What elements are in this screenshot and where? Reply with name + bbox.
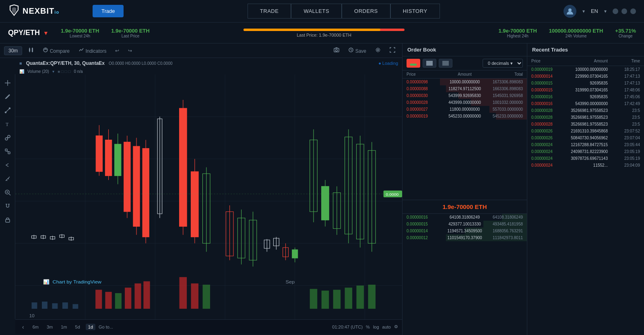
rt-trade-row[interactable]: 0.00000015 319990.07304165 17:48:06 (527, 87, 644, 93)
rt-trade-row[interactable]: 0.00000016 543990.00000000 17:42:49 (527, 100, 644, 107)
percentage-label[interactable]: % (366, 325, 370, 329)
fullscreen-btn[interactable] (387, 46, 398, 55)
crosshair-tool[interactable] (2, 77, 13, 89)
candle-type-btn[interactable] (25, 46, 37, 55)
timeframe-5d[interactable]: 5d (73, 324, 83, 330)
lang-arrow: ▾ (604, 8, 607, 14)
recent-trades-panel: Recent Trades Price Amount Time 0.000000… (527, 43, 644, 335)
line-tool[interactable] (2, 105, 13, 116)
trade-button[interactable]: Trade (93, 5, 124, 17)
rt-trade-row[interactable]: 0.00000014 229990.07304165 17:47:13 (527, 73, 644, 80)
minimize-button[interactable] (613, 8, 618, 14)
ob-buy-row[interactable]: 0.00000016 64108.31806249 64108.31806249 (402, 214, 527, 221)
chart-toolbar: 30m Compare (0, 43, 402, 58)
lock-tool[interactable] (2, 214, 13, 225)
svg-line-21 (6, 151, 9, 152)
timeframe-6m[interactable]: 6m (30, 324, 41, 330)
undo-btn[interactable]: ↩ (112, 47, 122, 55)
timeframe-1m[interactable]: 1m (58, 324, 69, 330)
rt-trade-row[interactable]: 0.00000019 100000.00000000 18:25:17 (527, 66, 644, 73)
ob-view-buy[interactable] (439, 59, 452, 68)
svg-rect-88 (322, 186, 329, 220)
redo-btn[interactable]: ↪ (125, 47, 135, 55)
nav-history-link[interactable]: HISTORY (390, 4, 440, 19)
compare-btn[interactable]: Compare (40, 46, 72, 55)
svg-rect-124 (410, 61, 417, 63)
user-avatar[interactable] (564, 5, 576, 18)
settings-btn[interactable] (372, 46, 384, 55)
nav-orders-link[interactable]: ORDERS (342, 4, 390, 19)
logo-text-nexbit: NEXBITio (23, 6, 59, 16)
order-book-panel: Order Book 0 decimals ▾ (402, 43, 527, 335)
svg-rect-105 (125, 287, 131, 308)
maximize-button[interactable] (621, 8, 627, 14)
ob-buy-row[interactable]: 0.00000012 1101549170.37900 111842973.80… (402, 234, 527, 241)
user-arrow[interactable]: ▾ (582, 8, 585, 14)
goto-btn[interactable]: Go to... (99, 325, 113, 329)
svg-rect-125 (410, 64, 417, 66)
timeframe-1d[interactable]: 1d (86, 324, 95, 330)
svg-rect-20 (8, 152, 10, 154)
top-navigation: NEXBITio Trade TRADE WALLETS ORDERS HIST… (0, 0, 644, 23)
lowest-24h: 1.9e-70000 ETH Lowest 24h (61, 28, 99, 38)
auto-label[interactable]: auto (382, 325, 391, 329)
ob-sell-row[interactable]: 0.00000019 545233.00000000 545233.000000… (402, 113, 527, 120)
save-btn[interactable]: Save (345, 46, 369, 55)
candlestick-chart[interactable]: Sep 10 0.0000 📊 Chart by TradingView (15, 74, 402, 319)
toolbar-right: Save (331, 46, 398, 55)
price-bar: Last Price: 1.9e-70000 ETH (162, 29, 487, 37)
rt-trade-row[interactable]: 0.00000024 30978726.69671143 23:05:19 (527, 155, 644, 162)
pen-tool[interactable] (2, 91, 13, 102)
timeframe-3m[interactable]: 3m (44, 324, 55, 330)
nav-trade-link[interactable]: TRADE (248, 4, 291, 19)
screenshot-btn[interactable] (331, 46, 342, 55)
language-selector[interactable]: EN (591, 8, 598, 14)
ob-buy-row[interactable]: 0.00000014 1194571.34509500 1688056.7632… (402, 227, 527, 234)
ob-view-both[interactable] (407, 59, 420, 68)
svg-point-9 (336, 50, 338, 52)
pair-dropdown-arrow[interactable]: ▼ (43, 30, 49, 36)
ob-sell-row[interactable]: 0.00000088 118274.97112500 1663306.89808… (402, 85, 527, 92)
ruler-tool[interactable] (2, 173, 13, 184)
trading-pair[interactable]: QPY/ETH ▼ (8, 29, 49, 37)
nav-wallets-link[interactable]: WALLETS (291, 4, 342, 19)
rt-trade-row[interactable]: 0.00000024 11552... 23:04:09 (527, 162, 644, 169)
zoom-tool[interactable] (2, 187, 13, 198)
rt-trade-row[interactable]: 0.00000026 50840730.94056962 23:07:04 (527, 134, 644, 141)
measure-tool[interactable] (2, 132, 13, 143)
rt-trade-row[interactable]: 0.00000016 92695835 17:45:06 (527, 93, 644, 100)
svg-line-22 (6, 180, 7, 181)
ob-decimals-select[interactable]: 0 decimals ▾ (483, 59, 523, 68)
chart-title: QuantaEx:QPY/ETH, 30, QuantaEx (26, 60, 105, 66)
chart-settings-icon[interactable]: ⚙ (394, 324, 398, 329)
svg-rect-106 (134, 283, 141, 309)
node-tool[interactable] (2, 146, 13, 157)
rt-trade-row[interactable]: 0.00000024 24098731.82223900 23:05:19 (527, 148, 644, 155)
text-tool[interactable]: T (2, 118, 13, 130)
rt-trade-row[interactable]: 0.00000028 35266981.97558523 23:5 (527, 114, 644, 121)
ob-sell-row[interactable]: 0.00000030 543999.92695830 1545031.92695… (402, 92, 527, 99)
log-label[interactable]: log (373, 325, 379, 329)
close-button[interactable] (630, 8, 636, 14)
svg-rect-2 (32, 48, 33, 52)
ob-sell-row[interactable]: 0.00000027 11800.00000000 557033.0000000 (402, 106, 527, 113)
rt-trade-row[interactable]: 0.00000015 92695835 17:47:13 (527, 80, 644, 87)
rt-trade-row[interactable]: 0.00000026 21691310.39845868 23:07:52 (527, 128, 644, 134)
svg-text:T: T (6, 122, 9, 127)
back-tool[interactable] (2, 159, 13, 171)
svg-rect-100 (62, 302, 68, 309)
indicators-btn[interactable]: Indicators (76, 46, 109, 55)
svg-rect-58 (124, 142, 130, 212)
chart-header-info: ■ QuantaEx:QPY/ETH, 30, QuantaEx O0.0000… (15, 58, 402, 68)
ob-sell-row[interactable]: 0.00000098 10000.00000000 1673306.898083 (402, 79, 527, 85)
rt-trade-row[interactable]: 0.00000024 12167288.84727515 23:05:44 (527, 141, 644, 148)
scroll-left-btn[interactable]: ‹ (19, 323, 27, 331)
ob-sell-row[interactable]: 0.00000028 443999.00000000 1001032.00000… (402, 99, 527, 106)
rt-trade-row[interactable]: 0.00000028 35266981.97558523 23:5 (527, 107, 644, 114)
timeframe-30m[interactable]: 30m (4, 46, 22, 55)
magnet-tool[interactable] (2, 201, 13, 212)
ob-buy-row[interactable]: 0.00000015 429377.10013330 493485.418195… (402, 221, 527, 227)
svg-text:10: 10 (29, 313, 35, 318)
ob-view-sell[interactable] (423, 59, 436, 68)
rt-trade-row[interactable]: 0.00000028 35266981.97558523 23:5 (527, 121, 644, 128)
